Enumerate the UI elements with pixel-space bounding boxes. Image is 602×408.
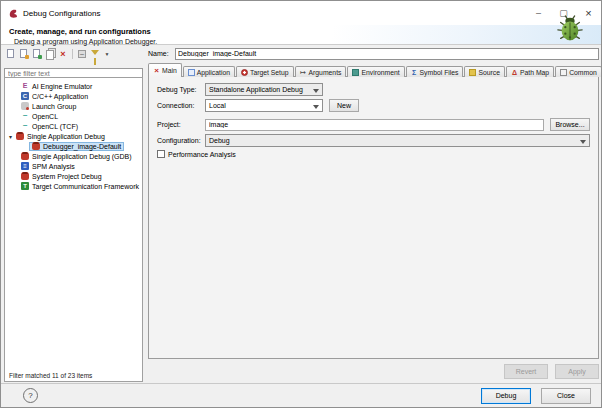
export-configurations-icon[interactable] [32, 49, 42, 59]
expander-icon[interactable]: ▾ [9, 133, 16, 140]
filter-box [4, 62, 143, 75]
tab-label: Target Setup [250, 69, 289, 76]
tree-item-opencl[interactable]: ~ OpenCL [5, 111, 142, 121]
name-label: Name: [148, 50, 175, 57]
tree-item-debugger-image-default[interactable]: Debugger_image-Default [5, 141, 142, 151]
debug-type-value: Standalone Application Debug [209, 86, 303, 93]
tree-item-single-application-debug[interactable]: ▾ Single Application Debug [5, 131, 142, 141]
environment-tab-icon [352, 69, 359, 76]
symbol-files-tab-icon: Σ [411, 69, 418, 76]
arguments-tab-icon: ↦ [300, 69, 307, 76]
debug-type-row: Debug Type: Standalone Application Debug [157, 83, 590, 96]
tree-item-launch-group[interactable]: Launch Group [5, 101, 142, 111]
configurations-panel: × ‒ ▼ E AI Engine Emulator C C/C++ Appli… [4, 47, 143, 382]
common-tab-icon [560, 69, 567, 76]
tab-common[interactable]: Common [555, 66, 602, 77]
browse-button[interactable]: Browse... [550, 118, 590, 131]
performance-analysis-label: Performance Analysis [168, 151, 236, 158]
tab-label: Symbol Files [420, 69, 459, 76]
debug-configurations-dialog: { "window": { "title": "Debug Configurat… [0, 0, 602, 408]
connection-combo[interactable]: Local [205, 99, 323, 112]
titlebar: Debug Configurations – ▢ × [1, 1, 601, 25]
source-tab-icon [469, 69, 476, 76]
debug-config-icon [16, 132, 24, 140]
apply-button[interactable]: Apply [555, 364, 599, 379]
performance-analysis-checkbox[interactable] [157, 150, 165, 158]
configuration-tree: E AI Engine Emulator C C/C++ Application… [4, 77, 143, 382]
help-button[interactable]: ? [23, 388, 38, 403]
banner-title: Create, manage, and run configurations [9, 27, 601, 36]
tree-item-ai-engine-emulator[interactable]: E AI Engine Emulator [5, 81, 142, 91]
tab-path-map[interactable]: Δ Path Map [506, 66, 554, 77]
footer: ? Debug Close [1, 383, 601, 407]
revert-apply-row: Revert Apply [504, 364, 599, 379]
spm-analysis-icon: ≡ [21, 162, 29, 170]
tab-main[interactable]: × Main [148, 63, 182, 77]
debug-button[interactable]: Debug [481, 388, 531, 404]
toolbar-menu-arrow-icon[interactable]: ▼ [103, 49, 113, 59]
revert-button[interactable]: Revert [504, 364, 548, 379]
configuration-combo[interactable]: Debug [205, 134, 590, 147]
tab-application[interactable]: Application [183, 66, 235, 77]
duplicate-configuration-icon[interactable] [45, 49, 55, 59]
connection-label: Connection: [157, 102, 205, 109]
tab-environment[interactable]: Environment [347, 66, 404, 77]
configuration-detail-panel: Name: × Main Application Target Setup ↦ … [148, 47, 599, 381]
chevron-down-icon [580, 140, 586, 144]
name-input[interactable] [175, 48, 599, 60]
delete-configuration-icon[interactable]: × [58, 49, 68, 59]
tab-label: Arguments [309, 69, 342, 76]
launch-group-icon [21, 102, 29, 110]
close-button[interactable]: Close [541, 388, 591, 404]
project-input[interactable] [205, 119, 544, 131]
collapse-all-icon[interactable]: ‒ [77, 49, 87, 59]
tree-item-label: AI Engine Emulator [32, 83, 92, 90]
debug-configurations-icon [8, 8, 18, 18]
tab-label: Application [197, 69, 230, 76]
tab-label: Environment [361, 69, 399, 76]
configuration-value: Debug [209, 137, 230, 144]
debug-type-combo[interactable]: Standalone Application Debug [205, 83, 323, 96]
tree-item-cpp-application[interactable]: C C/C++ Application [5, 91, 142, 101]
minimize-icon[interactable]: – [526, 1, 551, 25]
tab-symbol-files[interactable]: Σ Symbol Files [406, 66, 464, 77]
tree-item-opencl-tcf[interactable]: ~ OpenCL (TCF) [5, 121, 142, 131]
debug-type-label: Debug Type: [157, 86, 205, 93]
connection-value: Local [209, 102, 226, 109]
tree-item-label: OpenCL [32, 113, 58, 120]
tab-arguments[interactable]: ↦ Arguments [295, 66, 347, 77]
selected-tree-item: Debugger_image-Default [29, 142, 124, 151]
cpp-application-icon: C [21, 92, 29, 100]
tab-label: Source [478, 69, 500, 76]
application-tab-icon [188, 69, 195, 76]
path-map-tab-icon: Δ [511, 69, 518, 76]
new-configuration-icon[interactable] [6, 49, 16, 59]
tree-item-label: System Project Debug [32, 173, 102, 180]
tree-item-label: Target Communication Framework [32, 183, 139, 190]
configurations-toolbar: × ‒ ▼ [4, 47, 143, 60]
tree-item-label: Debugger_image-Default [43, 143, 121, 150]
tree-item-target-communication-framework[interactable]: T Target Communication Framework [5, 181, 142, 191]
new-connection-button[interactable]: New [329, 99, 359, 112]
footer-buttons: Debug Close [481, 388, 591, 404]
window-title: Debug Configurations [23, 9, 100, 18]
filter-configurations-icon[interactable] [90, 49, 100, 59]
tab-target-setup[interactable]: Target Setup [236, 66, 294, 77]
tab-source[interactable]: Source [464, 66, 505, 77]
name-row: Name: [148, 47, 599, 60]
tree-item-spm-analysis[interactable]: ≡ SPM Analysis [5, 161, 142, 171]
debug-config-icon [32, 142, 40, 150]
tab-label: Main [162, 67, 177, 74]
opencl-icon: ~ [21, 122, 29, 130]
main-tab-content: Debug Type: Standalone Application Debug… [148, 76, 599, 359]
tcf-icon: T [21, 182, 29, 190]
target-setup-tab-icon [241, 69, 248, 76]
tree-item-single-application-debug-gdb[interactable]: Single Application Debug (GDB) [5, 151, 142, 161]
new-prototype-icon[interactable] [19, 49, 29, 59]
project-label: Project: [157, 121, 205, 128]
tree-item-system-project-debug[interactable]: System Project Debug [5, 171, 142, 181]
tab-bar: × Main Application Target Setup ↦ Argume… [148, 63, 602, 77]
configuration-row: Configuration: Debug [157, 134, 590, 147]
connection-row: Connection: Local New [157, 99, 590, 112]
header-banner: Create, manage, and run configurations D… [1, 25, 601, 45]
